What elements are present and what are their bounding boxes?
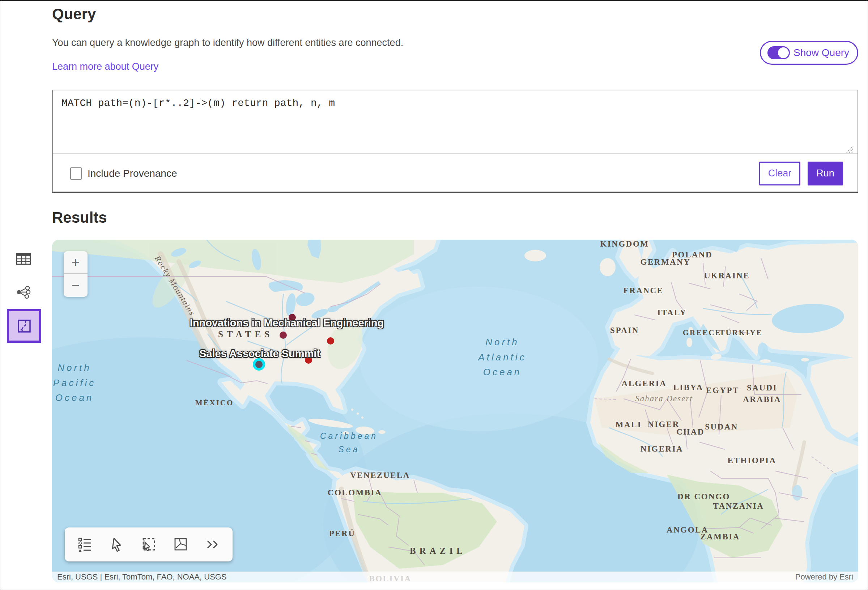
map-toolbar (65, 528, 233, 562)
map-attribution: Esri, USGS | Esri, TomTom, FAO, NOAA, US… (52, 572, 858, 583)
map-view-button[interactable] (7, 309, 41, 343)
map-point-selected[interactable] (255, 361, 263, 368)
map-label-colombia: COLOMBIA (328, 487, 382, 499)
map-label-sudan: SUDAN (705, 421, 738, 433)
app-window: Query You can query a knowledge graph to… (0, 0, 868, 590)
page-title: Query (52, 6, 96, 23)
results-title: Results (52, 209, 107, 226)
zoom-in-button[interactable]: + (63, 251, 87, 274)
map-label-zambia: ZAMBIA (700, 531, 740, 543)
map-label-north-pacific-ocean: North Pacific Ocean (53, 360, 96, 406)
query-footer: Include Provenance Clear Run (53, 155, 858, 192)
map-label-ethiopia: ETHIOPIA (727, 455, 776, 466)
table-view-button[interactable] (10, 248, 37, 270)
cursor-icon (109, 537, 124, 552)
run-button[interactable]: Run (807, 162, 843, 186)
map-label-germany: GERMANY (641, 256, 691, 268)
result-label-sales: Sales Associate Summit (199, 348, 320, 360)
map-label-states: STATES (218, 328, 273, 341)
pointer-select-button[interactable] (106, 534, 128, 555)
attribution-sources: Esri, USGS | Esri, TomTom, FAO, NOAA, US… (57, 572, 227, 582)
show-query-toggle[interactable]: Show Query (760, 41, 858, 65)
map-label-france: FRANCE (623, 285, 664, 296)
resize-handle-icon[interactable] (844, 144, 854, 153)
legend-button[interactable] (74, 534, 96, 555)
map-label-chad: CHAD (676, 426, 704, 438)
table-icon (16, 252, 31, 266)
attribution-powered-by: Powered by Esri (795, 572, 853, 582)
map-label-mexico: MÉXICO (195, 398, 234, 408)
map-label-greece: GREECE (683, 327, 722, 338)
map-point[interactable] (327, 337, 334, 345)
map-label-ukraine: UKRAINE (704, 270, 750, 282)
toggle-switch-icon[interactable] (768, 46, 790, 59)
map-label-tanzania: TANZANIA (713, 500, 764, 512)
map-icon (16, 318, 32, 335)
map-label-nigeria: NIGERIA (641, 443, 683, 455)
link-chart-view-button[interactable] (10, 281, 37, 303)
query-description: You can query a knowledge graph to ident… (52, 37, 403, 49)
zoom-control: + − (63, 251, 87, 297)
map-label-turkiye: TÜRKIYE (719, 327, 762, 338)
map-label-kingdom: KINGDOM (600, 240, 649, 250)
show-query-label: Show Query (794, 47, 849, 59)
map-label-italy: ITALY (657, 307, 687, 319)
map-point[interactable] (280, 332, 287, 339)
select-polygon-icon (172, 536, 189, 553)
map-label-saudi-arabia: SAUDI ARABIA (743, 382, 781, 405)
map-canvas[interactable]: KINGDOM POLAND GERMANY UKRAINE FRANCE IT… (52, 240, 858, 583)
map-label-mali: MALI (616, 419, 642, 431)
result-label-innovations: Innovations in Mechanical Engineering (190, 317, 384, 329)
link-chart-icon (16, 285, 31, 299)
map-label-peru: PERÚ (329, 528, 356, 539)
clear-button[interactable]: Clear (759, 162, 800, 186)
map-label-libya: LIBYA (673, 382, 703, 393)
toggle-knob (778, 47, 789, 58)
include-provenance-label: Include Provenance (87, 168, 177, 179)
map-label-sahara-desert: Sahara Desert (635, 394, 693, 403)
select-by-polygon-button[interactable] (170, 534, 191, 555)
toolbar-expand-button[interactable] (201, 534, 223, 555)
query-input[interactable]: MATCH path=(n)-[r*..2]->(m) return path,… (53, 90, 858, 154)
select-by-rectangle-button[interactable] (138, 534, 159, 555)
query-panel: MATCH path=(n)-[r*..2]->(m) return path,… (52, 90, 858, 193)
map-label-caribbean-sea: Caribbean Sea (320, 429, 378, 456)
map-label-brazil: BRAZIL (410, 544, 466, 557)
map-label-venezuela: VENEZUELA (350, 470, 410, 481)
map-label-egypt: EGYPT (706, 385, 739, 396)
map-label-spain: SPAIN (610, 324, 639, 336)
select-rectangle-icon (140, 536, 157, 553)
legend-icon (77, 536, 93, 553)
map-label-niger: NIGER (648, 419, 679, 430)
double-chevron-icon (204, 538, 221, 551)
map-label-algeria: ALGERIA (622, 378, 667, 389)
map-label-north-atlantic-ocean: North Atlantic Ocean (478, 335, 526, 380)
learn-more-link[interactable]: Learn more about Query (52, 61, 158, 72)
include-provenance-checkbox[interactable] (70, 167, 82, 180)
zoom-out-button[interactable]: − (63, 274, 87, 297)
